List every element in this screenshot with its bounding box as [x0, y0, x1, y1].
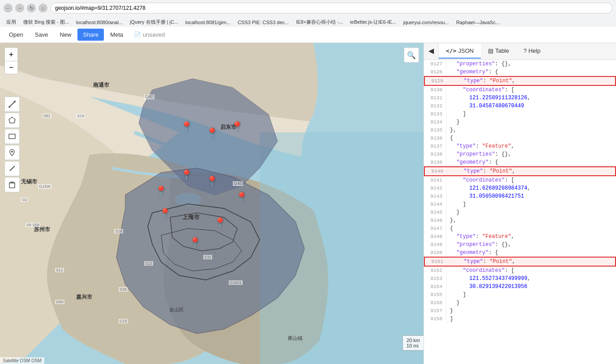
json-line: 9136{ [424, 134, 616, 142]
draw-marker-button[interactable] [4, 145, 20, 160]
line-content: } [446, 208, 463, 216]
bookmark-localhost8080[interactable]: localhost:8080/anal... [73, 19, 125, 26]
draw-rectangle-button[interactable] [4, 129, 20, 144]
marker-3: 📍 [231, 121, 243, 133]
zoom-in-button[interactable]: + [4, 47, 18, 61]
line-content: "type": "Feature", [446, 233, 518, 241]
json-line: 9144 ] [424, 200, 616, 208]
draw-tools [4, 97, 20, 192]
map-area[interactable]: + − 🔍 [0, 43, 424, 364]
line-content: "properties": {}, [446, 150, 515, 158]
line-number: 9129 [425, 77, 447, 85]
line-number: 9137 [424, 142, 446, 150]
bookmark-iebetter[interactable]: ieBetter.js-让IE6-IE... [347, 18, 399, 26]
road-g60: G60 [55, 300, 64, 304]
search-button[interactable]: 🔍 [404, 47, 419, 63]
road-s32: S32 [203, 255, 212, 259]
line-content: 31.04587480670449 [446, 102, 528, 110]
browser-nav: ← → ↻ ⌂ [0, 0, 616, 16]
line-number: 9140 [425, 167, 447, 175]
bookmark-apps[interactable]: 应用 [4, 18, 19, 26]
marker-5: 📍 [206, 176, 218, 187]
map-attribution: Satellite OSM OSM [0, 357, 44, 364]
line-content: } [446, 299, 463, 307]
json-line: 9146}, [424, 216, 616, 224]
bookmark-bing[interactable]: 微软 Bing 搜索 - 图... [21, 18, 72, 26]
json-line: 9130 "coordinates": [ [424, 86, 616, 94]
line-number: 9127 [424, 60, 446, 68]
svg-point-5 [9, 106, 10, 108]
bookmark-raphael[interactable]: Raphael—JavaSc... [453, 19, 502, 26]
line-content: "type": "Feature", [446, 142, 518, 150]
line-content: "geometry": { [446, 249, 502, 257]
line-content: ] [446, 315, 457, 323]
bookmark-jqueryui[interactable]: jqueryui.com/resou... [401, 19, 452, 26]
save-button[interactable]: Save [30, 29, 54, 41]
line-content: } [446, 307, 457, 315]
reload-button[interactable]: ↻ [27, 4, 36, 13]
svg-rect-10 [9, 183, 15, 188]
line-number: 9133 [424, 110, 446, 118]
share-button[interactable]: Share [77, 29, 104, 41]
marker-1: 📍 [180, 121, 192, 133]
json-line: 9152 "coordinates": [ [424, 267, 616, 275]
json-line: 9134 } [424, 118, 616, 126]
tab-table[interactable]: ▤ Table [481, 44, 516, 59]
bookmark-jquery[interactable]: jQuery 在线手册 | jC... [127, 18, 181, 26]
zoom-out-button[interactable]: − [4, 61, 18, 74]
line-content: 31.05058098421751 [446, 192, 528, 200]
draw-polygon-button[interactable] [4, 113, 20, 128]
line-number: 9135 [424, 126, 446, 134]
back-button[interactable]: ← [4, 4, 13, 13]
panel-collapse-button[interactable]: ◀ [424, 43, 439, 59]
line-content: "type": "Point", [447, 77, 519, 85]
delete-button[interactable] [4, 177, 20, 192]
line-content: 30.829139422013956 [446, 283, 531, 291]
bookmark-ie8[interactable]: IE8+兼容心得小结 -... [293, 18, 346, 26]
json-line: 9143 31.05058098421751 [424, 192, 616, 200]
svg-marker-3 [139, 79, 278, 195]
line-content: "coordinates": [ [446, 267, 518, 275]
line-content: ] [446, 291, 470, 299]
line-content: { [446, 224, 457, 233]
line-number: 9152 [424, 267, 446, 275]
road-g15: G15 [119, 319, 128, 323]
map-zoom-controls: + − [4, 47, 18, 74]
json-line: 9151 "type": "Point", [424, 257, 616, 267]
line-content: { [446, 134, 457, 142]
line-content: ] [446, 200, 470, 208]
json-line: 9156 } [424, 299, 616, 307]
json-line: 9153 121.55273437499999, [424, 275, 616, 283]
json-line: 9142 121.62689208984374, [424, 184, 616, 192]
marker-8: 📍 [214, 217, 226, 229]
json-content[interactable]: 9127 "properties": {},9128 "geometry": {… [424, 60, 616, 364]
draw-line-button[interactable] [4, 97, 20, 112]
road-s22: S22 [144, 261, 153, 266]
open-button[interactable]: Open [4, 29, 29, 41]
meta-button[interactable]: Meta [105, 29, 128, 41]
city-wuxi: 无锡市 [21, 178, 37, 186]
line-number: 9146 [424, 216, 446, 224]
json-line: 9132 31.04587480670449 [424, 102, 616, 110]
tab-json[interactable]: </> JSON [439, 44, 481, 59]
address-bar[interactable] [50, 3, 612, 13]
json-line: 9135}, [424, 126, 616, 134]
unsaved-text: unsaved [143, 31, 165, 38]
home-button[interactable]: ⌂ [38, 4, 47, 13]
tab-help[interactable]: ? Help [516, 44, 548, 59]
bookmark-css3pie[interactable]: CSS3 PIE: CSS3 dec... [235, 19, 291, 26]
line-number: 9136 [424, 134, 446, 142]
line-content: 121.22589111328126, [446, 94, 534, 102]
edit-button[interactable] [4, 161, 20, 176]
line-content: 121.55273437499999, [446, 275, 534, 283]
json-line: 9138 "properties": {}, [424, 150, 616, 158]
line-content: "type": "Point", [447, 258, 519, 266]
road-g2-1: G2 [21, 197, 28, 202]
marker-6: 📍 [235, 192, 248, 203]
bookmark-localhost8081[interactable]: localhost:8081/gim... [183, 19, 233, 26]
json-line: 9139 "geometry": { [424, 158, 616, 166]
new-button[interactable]: New [54, 29, 77, 41]
line-content: } [446, 118, 463, 126]
line-number: 9150 [424, 249, 446, 257]
forward-button[interactable]: → [15, 4, 24, 13]
